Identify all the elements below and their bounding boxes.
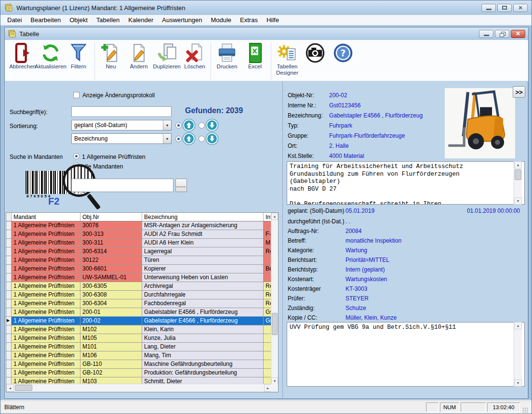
row-selector-gutter[interactable]: [6, 343, 12, 351]
row-selector-gutter[interactable]: [6, 299, 12, 308]
sort2-asc-radio[interactable]: [175, 136, 182, 142]
cell-mandant[interactable]: 1 Allgemeine Prüffristen: [12, 360, 80, 369]
sort1-up-button[interactable]: [183, 119, 195, 131]
cell-bezeichnung[interactable]: AUDI A2 Frau Schmidt: [142, 230, 264, 239]
sort1-down-button[interactable]: [206, 119, 218, 131]
table-row[interactable]: 1 Allgemeine PrüffristenUW-SAMMEL-01Unte…: [6, 273, 272, 282]
sort2-dropdown[interactable]: Bezeichnung ▼: [71, 133, 172, 144]
tabelle-close-button[interactable]: ✕: [511, 30, 525, 38]
cell-mandant[interactable]: 1 Allgemeine Prüffristen: [12, 239, 80, 247]
row-selector-gutter[interactable]: [6, 377, 12, 384]
row-selector-gutter[interactable]: [6, 273, 12, 282]
row-selector-gutter[interactable]: [6, 256, 12, 265]
table-row[interactable]: 1 Allgemeine Prüffristen300-6601Kopierer…: [6, 265, 272, 273]
table-row[interactable]: 1 Allgemeine PrüffristenM101Lang, Dieter: [6, 343, 272, 351]
cell-mandant[interactable]: 1 Allgemeine Prüffristen: [12, 334, 80, 343]
menu-item-extras[interactable]: Extras: [236, 15, 262, 25]
aendern-button[interactable]: Ändern: [125, 41, 153, 70]
cell-bezeichnung[interactable]: Gabelstabler E4566 , Flurförderzeug: [142, 308, 264, 317]
cell-mandant[interactable]: 1 Allgemeine Prüffristen: [12, 343, 80, 351]
row-selector-gutter[interactable]: [6, 221, 12, 230]
duplizieren-button[interactable]: Duplizieren: [153, 41, 181, 70]
cell-objnr[interactable]: 300-313: [80, 230, 142, 239]
cell-objnr[interactable]: UW-SAMMEL-01: [80, 273, 142, 282]
table-row[interactable]: 1 Allgemeine Prüffristen200-01Gabelstabl…: [6, 308, 272, 317]
table-row[interactable]: ▶1 Allgemeine Prüffristen200-02Gabelstap…: [6, 317, 272, 325]
menu-item-kalender[interactable]: Kalender: [124, 15, 158, 25]
cell-mandant[interactable]: 1 Allgemeine Prüffristen: [12, 325, 80, 334]
cell-mandant[interactable]: 1 Allgemeine Prüffristen: [12, 221, 80, 230]
column-header-bezeichnung[interactable]: Bezeichnung: [142, 213, 264, 221]
sort1-dropdown[interactable]: geplant (Soll-Datum) ▼: [71, 120, 172, 130]
chevron-down-icon[interactable]: ▼: [163, 120, 171, 130]
resize-grip[interactable]: [522, 407, 529, 414]
table-row[interactable]: 1 Allgemeine PrüffristenGB-110Maschine G…: [6, 360, 272, 369]
table-row[interactable]: 1 Allgemeine PrüffristenM102Klein, Karin: [6, 325, 272, 334]
table-row[interactable]: 1 Allgemeine Prüffristen300-6304Fachbode…: [6, 299, 272, 308]
row-selector-gutter[interactable]: [6, 360, 12, 369]
hilfe-button[interactable]: ?: [329, 41, 357, 70]
table-row[interactable]: 1 Allgemeine Prüffristen30122Türen: [6, 256, 272, 265]
cell-bezeichnung[interactable]: Türen: [142, 256, 264, 265]
loeschen-button[interactable]: Löschen: [181, 41, 209, 70]
drucken-button[interactable]: Drucken: [213, 41, 241, 70]
cell-bezeichnung[interactable]: Kunze, Julia: [142, 334, 264, 343]
scroll-left-icon[interactable]: ◄: [6, 384, 14, 392]
cell-objnr[interactable]: GB-102: [80, 369, 142, 377]
cell-bezeichnung[interactable]: Maschine Gefährdungsbeurteilung: [142, 360, 264, 369]
sort1-asc-radio[interactable]: [175, 122, 182, 129]
table-row[interactable]: 1 Allgemeine Prüffristen300-6308Durchfah…: [6, 291, 272, 299]
menu-item-objekt[interactable]: Objekt: [65, 15, 92, 25]
cell-bezeichnung[interactable]: Unterweisung Heben von Lasten: [142, 273, 264, 282]
table-row[interactable]: 1 Allgemeine Prüffristen300-313AUDI A2 F…: [6, 230, 272, 239]
sort2-desc-radio[interactable]: [199, 136, 205, 142]
menu-item-hilfe[interactable]: Hilfe: [262, 15, 283, 25]
cell-mandant[interactable]: 1 Allgemeine Prüffristen: [12, 273, 80, 282]
search-input[interactable]: [71, 106, 172, 117]
table-row[interactable]: 1 Allgemeine Prüffristen300-6314Lagerreg…: [6, 247, 272, 256]
menu-item-tabellen[interactable]: Tabellen: [92, 15, 124, 25]
close-button[interactable]: ✕: [513, 4, 528, 12]
cell-bezeichnung[interactable]: Klein, Karin: [142, 325, 264, 334]
row-selector-gutter[interactable]: [6, 369, 12, 377]
table-row[interactable]: 1 Allgemeine PrüffristenM105Kunze, Julia: [6, 334, 272, 343]
cell-objnr[interactable]: 300-6304: [80, 299, 142, 308]
changelog-checkbox[interactable]: [73, 92, 80, 98]
row-selector-gutter[interactable]: [6, 291, 12, 299]
table-horizontal-scrollbar[interactable]: ◄ ►: [6, 384, 272, 392]
scroll-down-icon[interactable]: ▼: [514, 379, 522, 387]
neu-button[interactable]: Neu: [97, 41, 125, 70]
column-header-mandant[interactable]: Mandant: [12, 213, 80, 221]
horizontal-scroll-thumb[interactable]: [15, 385, 32, 391]
filtern-button[interactable]: Filtern: [65, 41, 93, 70]
cell-objnr[interactable]: 200-01: [80, 308, 142, 317]
cell-bezeichnung[interactable]: Produktion: Gefährdungsbeurteilung: [142, 369, 264, 377]
notes-textarea[interactable]: UVV Prüfung gem VBG 9a und Betr.Sich.V.§…: [287, 322, 525, 387]
row-selector-gutter[interactable]: [6, 325, 12, 334]
cell-bezeichnung[interactable]: Fachbodenregal: [142, 299, 264, 308]
browse-button[interactable]: .....: [175, 179, 187, 192]
cell-bezeichnung[interactable]: Durchfahrregale: [142, 291, 264, 299]
cell-objnr[interactable]: 300-6308: [80, 291, 142, 299]
foto-button[interactable]: [301, 41, 329, 70]
cell-mandant[interactable]: 1 Allgemeine Prüffristen: [12, 256, 80, 265]
cell-bezeichnung[interactable]: Lagerregal: [142, 247, 264, 256]
cell-objnr[interactable]: 300-6314: [80, 247, 142, 256]
cell-bezeichnung[interactable]: Gabelstapler E4566 , Flurförderzeug: [142, 317, 264, 325]
abbrechen-button[interactable]: Abbrechen: [9, 41, 37, 70]
cell-objnr[interactable]: 30076: [80, 221, 142, 230]
row-selector-gutter[interactable]: [6, 265, 12, 273]
cell-objnr[interactable]: 300-6305: [80, 282, 142, 291]
sort2-up-button[interactable]: [183, 133, 195, 144]
menu-item-datei[interactable]: Datei: [3, 15, 26, 25]
cell-bezeichnung[interactable]: Mang, Tim: [142, 351, 264, 360]
cell-bezeichnung[interactable]: AUDI A6 Herr Klein: [142, 239, 264, 247]
scroll-up-icon[interactable]: ▲: [271, 213, 278, 220]
table-vertical-scrollbar[interactable]: ▲ ▼: [271, 213, 278, 385]
scroll-up-icon[interactable]: ▲: [514, 161, 522, 168]
cell-objnr[interactable]: GB-110: [80, 360, 142, 369]
scroll-up-icon[interactable]: ▲: [514, 322, 522, 329]
tabellen-designer-button[interactable]: Tabellen Designer: [273, 41, 301, 76]
maximize-button[interactable]: [497, 4, 512, 12]
menu-item-bearbeiten[interactable]: Bearbeiten: [26, 15, 65, 25]
